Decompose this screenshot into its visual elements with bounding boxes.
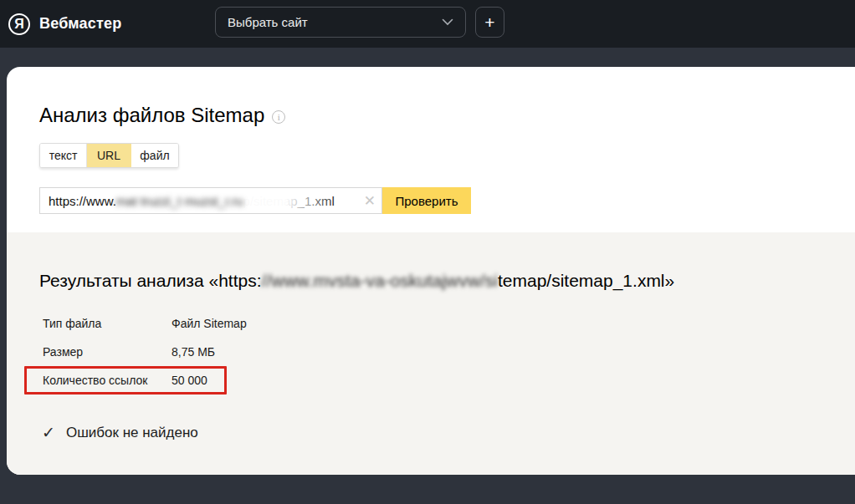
url-input-row: https://www.mat truzzi_t muzst_r.rup/sit… [39, 187, 855, 214]
check-icon: ✓ [42, 423, 55, 442]
row-value: 8,75 МБ [172, 345, 215, 359]
analyzer-section: Анализ файлов Sitemap i текст URL файл h… [7, 67, 855, 232]
yandex-webmaster-logo[interactable]: Я Вебмастер [8, 13, 121, 35]
table-row-links-count-highlighted: Количество ссылок 50 000 [24, 366, 227, 395]
status-line: ✓ Ошибок не найдено [42, 423, 855, 442]
tab-text[interactable]: текст [40, 144, 87, 167]
site-select-value: Выбрать сайт [228, 15, 308, 29]
results-heading: Результаты анализа «https://www.mvsta-va… [39, 271, 855, 291]
check-button[interactable]: Проверить [382, 187, 471, 214]
sitemap-url-input[interactable]: https://www.mat truzzi_t muzst_r.rup/sit… [39, 187, 382, 214]
url-censored: mat truzzi_t muzst_r.ru [116, 194, 243, 208]
sitemap-analyzer-card: Анализ файлов Sitemap i текст URL файл h… [7, 67, 855, 475]
top-header: Я Вебмастер Выбрать сайт + [0, 0, 855, 48]
app-title: Вебмастер [39, 15, 121, 33]
results-table: Тип файла Файл Sitemap Размер 8,75 МБ Ко… [43, 309, 855, 395]
results-heading-prefix: Результаты анализа «https: [39, 271, 262, 290]
url-suffix: p/sitemap_1.xml [243, 194, 335, 208]
results-section: Результаты анализа «https://www.mvsta-va… [7, 232, 855, 475]
row-label: Тип файла [43, 317, 172, 330]
tab-url[interactable]: URL [87, 144, 131, 167]
info-icon[interactable]: i [272, 110, 285, 124]
tab-file[interactable]: файл [131, 144, 178, 167]
add-site-button[interactable]: + [475, 7, 504, 38]
results-heading-suffix: temap/sitemap_1.xml» [498, 271, 674, 290]
row-label: Количество ссылок [43, 374, 172, 387]
status-text: Ошибок не найдено [66, 425, 198, 441]
clear-icon[interactable]: ✕ [364, 194, 376, 208]
row-label: Размер [43, 345, 172, 359]
table-row-file-type: Тип файла Файл Sitemap [43, 309, 855, 338]
page-title: Анализ файлов Sitemap i [39, 104, 855, 127]
site-select-dropdown[interactable]: Выбрать сайт [215, 7, 466, 38]
input-mode-tabs: текст URL файл [39, 143, 179, 168]
table-row-size: Размер 8,75 МБ [43, 338, 855, 366]
results-heading-censored: //www.mvsta-va-oskutajwvw/si [262, 271, 498, 290]
row-value: Файл Sitemap [172, 317, 247, 330]
chevron-down-icon [442, 18, 453, 26]
yandex-logo-icon: Я [8, 13, 30, 35]
page-title-text: Анализ файлов Sitemap [39, 104, 264, 127]
row-value: 50 000 [172, 374, 207, 387]
url-prefix: https://www. [49, 194, 116, 208]
